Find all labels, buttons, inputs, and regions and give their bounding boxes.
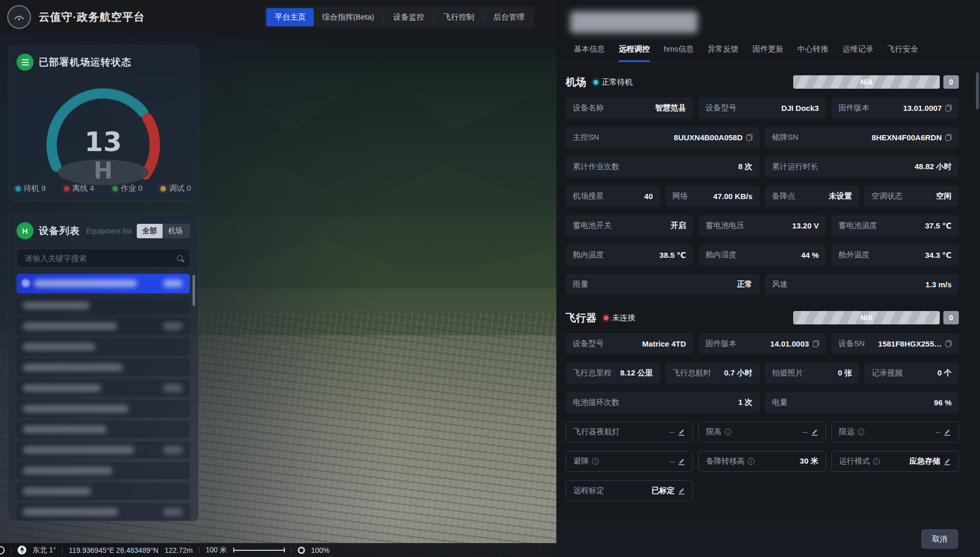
detail-tab-2[interactable]: hms信息 [664,44,694,62]
device-list [17,274,190,520]
device-row[interactable] [17,503,190,520]
legend-item-3: 调试 0 [160,184,191,193]
device-row-selected[interactable] [17,274,190,293]
field-value: 40 [644,192,653,201]
device-row[interactable] [17,462,190,479]
nav-item-2[interactable]: 设备监控 [385,8,432,26]
device-text-blurred [23,405,128,413]
airport-status-card: 已部署机场运转状态 13 H 待机 9离线 4作业 0调试 0 [8,45,199,201]
device-row[interactable] [17,359,190,376]
field-value: 37.5 ℃ [925,221,952,231]
edit-icon[interactable] [944,429,951,436]
field-value: 开启 [670,221,686,231]
field-value: 已标定 [651,486,685,496]
nav-item-4[interactable]: 后台管理 [485,8,533,26]
info-icon[interactable] [748,458,754,465]
nav-item-3[interactable]: 飞行控制 [435,8,483,26]
info-icon[interactable] [592,458,599,465]
field-label: 飞行总航时 [672,368,711,378]
panel-scrollbar[interactable] [976,72,979,109]
edit-icon[interactable] [944,458,951,465]
device-row[interactable] [17,318,190,335]
copy-icon[interactable] [746,134,752,141]
main-nav: 平台主页综合指挥(Beta)设备监控飞行控制后台管理 [264,6,535,28]
field-cell: 飞行器夜航灯-- [566,421,693,443]
detail-tab-0[interactable]: 基本信息 [574,44,605,62]
detail-tab-3[interactable]: 异常反馈 [708,44,738,62]
field-value: 1581F8HGX255… [878,339,952,348]
helipad-h-label: H [94,157,113,184]
device-row[interactable] [17,297,190,314]
device-filter-tab-1[interactable]: 机场 [163,224,188,238]
device-text-blurred [34,280,137,287]
compass-icon[interactable] [17,545,26,554]
map-altitude: 122.72m [165,546,192,554]
field-cell: 累计运行时长48.82 小时 [765,156,959,177]
copy-icon[interactable] [945,340,952,347]
airport-gauge: 13 H [8,73,198,189]
field-row: 雨量正常风速1.3 m/s [566,274,959,295]
nav-divider [433,13,434,21]
info-icon[interactable] [858,429,864,435]
edit-icon[interactable] [678,429,685,436]
field-value: -- [669,428,685,436]
edit-icon[interactable] [678,487,685,495]
device-list-scrollbar[interactable] [192,275,195,306]
detail-tab-7[interactable]: 飞行安全 [887,44,918,62]
field-row: 飞行总里程8.12 公里飞行总航时0.7 小时拍摄照片0 张记录视频0 个 [566,363,959,384]
edit-icon[interactable] [678,458,685,465]
info-icon[interactable] [873,458,880,465]
field-value: 正常 [737,280,752,289]
search-input[interactable] [24,253,177,263]
copy-icon[interactable] [945,134,952,141]
legend-label: 离线 4 [72,184,94,193]
field-value: 48.82 小时 [914,162,952,172]
device-row[interactable] [17,380,190,397]
nav-item-1[interactable]: 综合指挥(Beta) [314,8,382,26]
detail-tab-1[interactable]: 远程调控 [619,44,650,62]
detail-tab-6[interactable]: 运维记录 [842,44,873,62]
detail-tab-4[interactable]: 固件更新 [752,44,783,62]
device-row[interactable] [17,483,190,500]
info-icon[interactable] [725,429,731,435]
field-cell: 固件版本14.01.0003 [698,333,826,354]
field-cell: 远程标定已标定 [566,480,693,501]
device-filter-tab-2[interactable]: 无人机 [188,224,190,238]
device-text-blurred [23,364,123,371]
device-filter-tab-0[interactable]: 全部 [137,224,163,238]
device-row[interactable] [17,338,190,355]
field-cell: 飞行总航时0.7 小时 [665,363,760,384]
field-cell: 固件版本13.01.0007 [831,97,959,119]
device-row[interactable] [17,421,190,438]
copy-icon[interactable] [945,105,952,111]
device-row[interactable] [17,400,190,417]
field-value: 30 米 [800,456,818,466]
copy-icon[interactable] [813,340,819,347]
field-value: 智慧范县 [655,103,686,113]
field-label: 机场搜星 [573,191,604,201]
field-label: 避障 [573,456,599,466]
field-cell: 舱内湿度44 % [698,244,826,266]
field-label: 飞行总里程 [573,368,612,378]
section-aircraft: 飞行器未连接N/A0设备型号Matrice 4TD固件版本14.01.0003设… [566,310,959,501]
detail-tab-5[interactable]: 中心转推 [797,44,828,62]
device-status-blurred [163,280,183,287]
map-tool-icon[interactable] [0,546,5,554]
legend-item-1: 离线 4 [64,184,94,193]
nav-item-0[interactable]: 平台主页 [266,8,314,26]
edit-icon[interactable] [811,429,818,436]
device-text-blurred [23,425,107,433]
field-cell: 蓄电池电压13.20 V [698,215,826,236]
legend-dot-icon [15,186,21,191]
device-row[interactable] [17,441,190,458]
top-header: 云值守·政务航空平台 平台主页综合指挥(Beta)设备监控飞行控制后台管理 [0,0,556,34]
field-value: 1.3 m/s [925,280,952,289]
field-label: 空调状态 [872,191,903,201]
field-label: 设备名称 [573,103,604,113]
cancel-button[interactable]: 取消 [921,529,958,549]
field-row: 蓄电池开关开启蓄电池电压13.20 V蓄电池温度37.5 ℃ [566,215,959,236]
device-list-icon: H [17,222,34,239]
search-icon [177,255,183,261]
zoom-ring-icon[interactable] [298,547,305,554]
status-dot-icon [604,316,608,320]
